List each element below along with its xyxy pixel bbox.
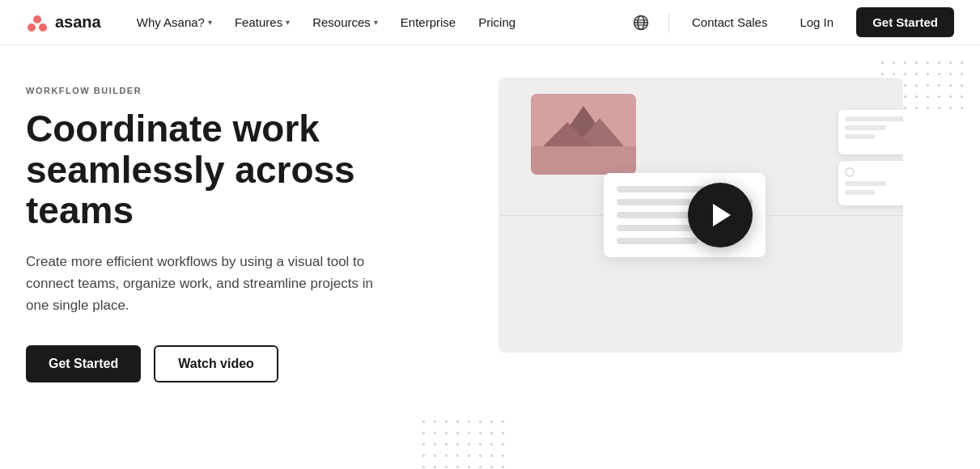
language-selector[interactable] [626, 8, 655, 37]
mountain-image [531, 94, 636, 175]
svg-rect-12 [531, 146, 636, 175]
nav-item-pricing[interactable]: Pricing [469, 11, 525, 34]
video-thumbnail[interactable] [498, 78, 903, 353]
nav-item-resources[interactable]: Resources ▾ [303, 11, 388, 34]
card-line [617, 212, 698, 218]
contact-sales-link[interactable]: Contact Sales [682, 11, 777, 34]
dot-grid-bottom-left [422, 420, 520, 469]
side-card-line [845, 181, 887, 186]
play-button[interactable] [688, 183, 753, 247]
logo[interactable]: asana [26, 11, 101, 34]
workflow-badge: Workflow Builder [26, 86, 414, 95]
get-started-nav-button[interactable]: Get Started [856, 7, 954, 37]
nav-links: Why Asana? ▾ Features ▾ Resources ▾ Ente… [127, 11, 620, 34]
nav-divider [668, 13, 669, 32]
watch-video-button[interactable]: Watch video [154, 345, 278, 382]
svg-point-1 [28, 23, 36, 32]
pink-card [531, 94, 636, 175]
nav-item-enterprise[interactable]: Enterprise [391, 11, 465, 34]
nav-item-features[interactable]: Features ▾ [225, 11, 299, 34]
hero-left: Workflow Builder Coordinate work seamles… [26, 78, 414, 469]
side-card-line [845, 134, 875, 139]
login-link[interactable]: Log In [790, 11, 843, 34]
hero-section: Workflow Builder Coordinate work seamles… [0, 45, 980, 469]
svg-point-2 [39, 23, 47, 32]
logo-text: asana [55, 13, 101, 32]
hero-title: Coordinate work seamlessly across teams [26, 108, 414, 231]
side-card-2 [838, 161, 903, 205]
chevron-down-icon: ▾ [208, 18, 212, 27]
asana-logo-icon [26, 11, 49, 34]
side-card-line [845, 190, 875, 195]
chevron-down-icon: ▾ [374, 18, 378, 27]
card-line [617, 238, 698, 244]
chevron-down-icon: ▾ [286, 18, 290, 27]
hero-right [447, 78, 954, 469]
nav-right: Contact Sales Log In Get Started [626, 7, 954, 37]
play-icon [713, 204, 731, 226]
side-card-circle [845, 167, 855, 177]
side-card-1 [838, 110, 903, 154]
svg-point-0 [33, 15, 41, 23]
hero-description: Create more efficient workflows by using… [26, 251, 382, 317]
navbar: asana Why Asana? ▾ Features ▾ Resources … [0, 0, 980, 45]
get-started-button[interactable]: Get Started [26, 345, 141, 382]
globe-icon [633, 15, 649, 31]
side-preview-cards [838, 110, 903, 205]
nav-item-why-asana[interactable]: Why Asana? ▾ [127, 11, 222, 34]
side-card-line [845, 125, 887, 130]
side-card-line [845, 116, 903, 121]
hero-buttons: Get Started Watch video [26, 345, 414, 382]
